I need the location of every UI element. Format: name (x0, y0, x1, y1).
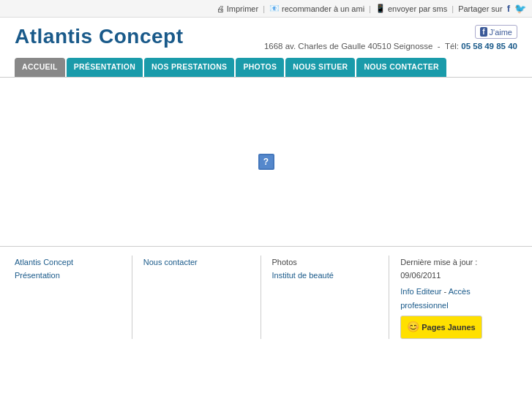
nav-item-contacter[interactable]: NOUS CONTACTER (356, 58, 446, 77)
top-toolbar: 🖨 Imprimer | 📧 recommander à un ami | 📱 … (0, 0, 532, 18)
facebook-like-label: J'aime (490, 28, 512, 37)
pj-smiley-icon: 😊 (407, 318, 419, 336)
nav-item-photos[interactable]: PHOTOS (236, 58, 284, 77)
print-button[interactable]: 🖨 Imprimer (217, 4, 258, 13)
share-text: Partager sur (458, 4, 503, 13)
footer-link-institut[interactable]: Institut de beauté (272, 269, 378, 283)
header-top-row: Atlantis Concept f J'aime 1668 av. Charl… (15, 25, 517, 51)
separator-3: | (452, 4, 454, 13)
site-title: Atlantis Concept (15, 25, 183, 48)
separator-2: | (369, 4, 371, 13)
fb-icon: f (480, 27, 487, 37)
pages-jaunes-label: Pages Jaunes (422, 321, 475, 335)
footer-col-4: Dernière mise à jour : 09/06/2011 Info E… (400, 256, 517, 340)
header: Atlantis Concept f J'aime 1668 av. Charl… (0, 18, 532, 55)
recommend-button[interactable]: 📧 recommander à un ami (269, 4, 364, 13)
footer-col-1: Atlantis Concept Présentation (15, 256, 132, 340)
pages-jaunes-button[interactable]: 😊 Pages Jaunes (400, 316, 482, 339)
nav-item-prestations[interactable]: NOS PRESTATIONS (144, 58, 234, 77)
share-label-static: Partager sur (458, 4, 503, 13)
footer-col-2: Nous contacter (143, 256, 261, 340)
footer-col-3: Photos Institut de beauté (272, 256, 390, 340)
recommend-icon: 📧 (269, 4, 280, 13)
print-icon: 🖨 (217, 4, 225, 13)
footer-columns: Atlantis Concept Présentation Nous conta… (15, 256, 517, 340)
nav-item-situer[interactable]: NOUS SITUER (285, 58, 355, 77)
separator-1: | (263, 4, 265, 13)
twitter-share-button[interactable]: 🐦 (514, 3, 526, 14)
social-row: f J'aime (464, 25, 517, 39)
send-sms-button[interactable]: 📱 envoyer par sms (375, 4, 447, 13)
main-content: ? (0, 78, 532, 246)
header-right-block: f J'aime 1668 av. Charles de Gaulle 4051… (264, 25, 517, 51)
info-editeur-link[interactable]: Info Editeur (400, 287, 441, 296)
nav-item-presentation[interactable]: PRÉSENTATION (67, 58, 143, 77)
sms-icon: 📱 (375, 4, 386, 13)
address-tel: 1668 av. Charles de Gaulle 40510 Seignos… (264, 42, 517, 51)
footer-link-presentation[interactable]: Présentation (15, 269, 121, 283)
nav-item-accueil[interactable]: ACCUEIL (15, 58, 65, 77)
facebook-share-button[interactable]: f (507, 3, 510, 14)
tel-label: Tél: (445, 42, 459, 51)
address-text: 1668 av. Charles de Gaulle 40510 Seignos… (264, 42, 433, 51)
nav-bar: ACCUEIL PRÉSENTATION NOS PRESTATIONS PHO… (0, 58, 532, 77)
footer-info-links: Info Editeur - Accès professionnel (400, 285, 506, 312)
footer-date: Dernière mise à jour : 09/06/2011 (400, 256, 506, 283)
content-placeholder-image: ? (258, 154, 274, 170)
send-label: envoyer par sms (388, 4, 447, 13)
footer-photos-title: Photos (272, 256, 378, 269)
recommend-label: recommander à un ami (282, 4, 364, 13)
tel-number: 05 58 49 85 40 (461, 42, 517, 51)
footer-link-atlantis[interactable]: Atlantis Concept (15, 256, 121, 269)
print-label: Imprimer (227, 4, 258, 13)
footer-link-contact[interactable]: Nous contacter (143, 256, 250, 269)
footer: Atlantis Concept Présentation Nous conta… (0, 246, 532, 348)
facebook-like-button[interactable]: f J'aime (475, 25, 517, 39)
